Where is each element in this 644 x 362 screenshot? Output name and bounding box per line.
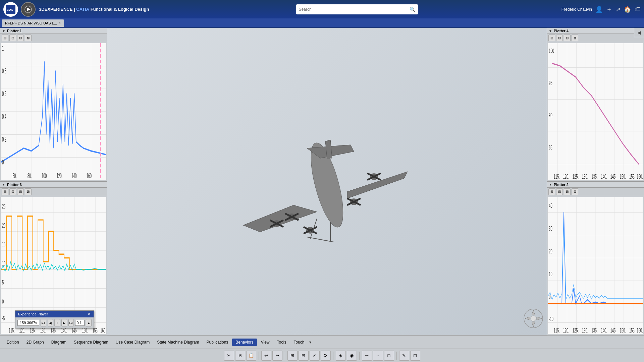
plotter-4-tool-2[interactable]: ⊡ <box>556 35 563 41</box>
plotter-2-tool-3[interactable]: ⊟ <box>564 188 571 195</box>
paste-tool-button[interactable]: 📋 <box>246 351 256 361</box>
plotter-4-tool-3[interactable]: ⊟ <box>564 35 571 41</box>
share-icon[interactable]: ↗ <box>615 6 621 13</box>
properties-button[interactable]: ⊡ <box>410 351 420 361</box>
menu-touch[interactable]: Touch <box>290 339 308 346</box>
plotter-1-tool-1[interactable]: ⊞ <box>2 35 8 41</box>
arrow-button[interactable]: → <box>373 351 383 361</box>
3dx-logo-icon: 3DX <box>5 4 16 15</box>
left-panels: ▼ Plotter 1 ⊞ ⊡ ⊟ ⊠ <box>0 28 107 335</box>
menu-use-case-diagram[interactable]: Use Case Diagram <box>112 339 153 346</box>
svg-text:15: 15 <box>2 241 5 248</box>
svg-text:140.: 140. <box>71 172 77 180</box>
plotter-4-collapse[interactable]: ▼ <box>549 29 552 33</box>
plotter-1-tool-4[interactable]: ⊠ <box>25 35 32 41</box>
svg-text:115.: 115. <box>553 327 559 334</box>
connect-button[interactable]: ⊸ <box>362 351 372 361</box>
svg-text:90: 90 <box>549 111 552 119</box>
svg-text:1: 1 <box>2 44 4 52</box>
plotter-3-tool-3[interactable]: ⊟ <box>17 188 24 195</box>
svg-text:10: 10 <box>549 270 552 277</box>
main-tab[interactable]: RFLP - DS NIAR WSU UAS L... × <box>2 19 64 27</box>
sync-button[interactable]: ⟳ <box>321 351 331 361</box>
check-button[interactable]: ✓ <box>310 351 320 361</box>
plotter-2-tool-1[interactable]: ⊞ <box>548 188 555 195</box>
plotter-1-tool-3[interactable]: ⊟ <box>17 35 24 41</box>
svg-text:80.: 80. <box>28 172 32 180</box>
element-button[interactable]: ◉ <box>347 351 357 361</box>
player-play-button[interactable]: ▶ <box>61 319 67 326</box>
exp-player-close-button[interactable]: ✕ <box>88 312 91 316</box>
play-circle-button[interactable] <box>21 2 36 17</box>
menu-view[interactable]: View <box>258 339 273 346</box>
exp-player-time: 159.3667s <box>17 320 39 326</box>
exp-player-body: 159.3667s ⏮ ◀ ⏸ ▶ ⏭ 0.1 ▲ <box>15 317 94 328</box>
plotter-2-tool-2[interactable]: ⊡ <box>556 188 563 195</box>
select-button[interactable]: ◈ <box>336 351 346 361</box>
edit-element-button[interactable]: ✎ <box>399 351 409 361</box>
player-back-button[interactable]: ◀ <box>48 319 53 326</box>
plotter-2-panel: ▼ Plotter 2 ⊞ ⊡ ⊟ ⊠ <box>547 182 644 336</box>
home-icon[interactable]: 🏠 <box>624 6 631 13</box>
plotter-4-panel: ▼ Plotter 4 ⊞ ⊡ ⊟ ⊠ <box>547 28 644 182</box>
plotter-4-title: Plotter 4 <box>554 29 569 33</box>
copy-tool-button[interactable]: ⎘ <box>235 351 245 361</box>
menu-expand-button[interactable]: ▾ <box>309 340 311 345</box>
search-input[interactable] <box>299 7 410 12</box>
player-speed-up-button[interactable]: ▲ <box>86 319 92 326</box>
plotter-4-tool-1[interactable]: ⊞ <box>548 35 555 41</box>
svg-text:-10: -10 <box>549 315 553 322</box>
grid-button[interactable]: ⊞ <box>287 351 298 361</box>
svg-text:20: 20 <box>2 222 5 229</box>
undo-button[interactable]: ↩ <box>261 351 271 361</box>
plotter-4-header: ▼ Plotter 4 <box>547 28 644 34</box>
redo-button[interactable]: ↪ <box>272 351 282 361</box>
svg-text:0: 0 <box>2 298 4 305</box>
plotter-3-collapse[interactable]: ▼ <box>2 183 5 186</box>
plotter-3-tool-1[interactable]: ⊞ <box>2 188 8 195</box>
tab-close-button[interactable]: × <box>59 21 61 25</box>
plotter-1-collapse[interactable]: ▼ <box>2 29 5 33</box>
cut-tool-button[interactable]: ✂ <box>224 351 234 361</box>
3d-viewport[interactable] <box>107 28 547 335</box>
svg-text:120.: 120. <box>57 172 62 180</box>
menu-tools[interactable]: Tools <box>273 339 289 346</box>
menu-state-machine-diagram[interactable]: State Machine Diagram <box>154 339 202 346</box>
plotter-1-tool-2[interactable]: ⊡ <box>9 35 16 41</box>
exp-player-speed[interactable]: 0.1 <box>75 320 85 326</box>
menu-diagram[interactable]: Diagram <box>48 339 70 346</box>
svg-text:10: 10 <box>2 260 5 266</box>
menu-2dgraph[interactable]: 2D Graph <box>23 339 47 346</box>
navigation-tool[interactable] <box>523 308 543 328</box>
bottom-icon-bar: ✂ ⎘ 📋 ↩ ↪ ⊞ ⊟ ✓ ⟳ ◈ ◉ ⊸ → □ ✎ ⊡ <box>0 349 644 362</box>
plotter-2-tool-4[interactable]: ⊠ <box>572 188 578 195</box>
player-pause-button[interactable]: ⏸ <box>54 319 60 326</box>
player-rewind-button[interactable]: ⏮ <box>41 319 46 326</box>
search-icon[interactable]: 🔍 <box>410 7 415 12</box>
plotter-3-tool-4[interactable]: ⊠ <box>25 188 32 195</box>
drone-model <box>226 98 428 265</box>
player-forward-button[interactable]: ⏭ <box>68 319 74 326</box>
plotter-2-collapse[interactable]: ▼ <box>549 183 552 186</box>
plotter-3-header: ▼ Plotter 3 <box>0 182 107 188</box>
add-icon[interactable]: ＋ <box>606 5 612 13</box>
plotter-3-tool-2[interactable]: ⊡ <box>9 188 16 195</box>
right-panels: ▼ Plotter 4 ⊞ ⊡ ⊟ ⊠ <box>547 28 644 335</box>
arrange-button[interactable]: ⊟ <box>299 351 309 361</box>
menu-behaviors[interactable]: Behaviors <box>232 339 257 346</box>
box-button[interactable]: □ <box>384 351 394 361</box>
plotter-4-tool-4[interactable]: ⊠ <box>572 35 578 41</box>
app-logo[interactable]: 3DX <box>3 2 18 17</box>
menu-sequence-diagram[interactable]: Sequence Diagram <box>70 339 112 346</box>
bookmark-icon[interactable]: 🏷 <box>635 6 641 13</box>
menu-publications[interactable]: Publications <box>203 339 232 346</box>
user-avatar-icon[interactable]: 👤 <box>595 6 603 13</box>
svg-text:125.: 125. <box>573 173 579 180</box>
toolbar-separator-5 <box>396 352 397 360</box>
svg-line-85 <box>307 237 334 242</box>
menu-edition[interactable]: Edition <box>3 339 22 346</box>
svg-text:140.: 140. <box>601 173 607 180</box>
bottom-menu-bar: Edition 2D Graph Diagram Sequence Diagra… <box>0 335 644 349</box>
collapse-panel-button[interactable]: ◀ <box>634 28 644 37</box>
svg-text:135.: 135. <box>591 173 597 180</box>
